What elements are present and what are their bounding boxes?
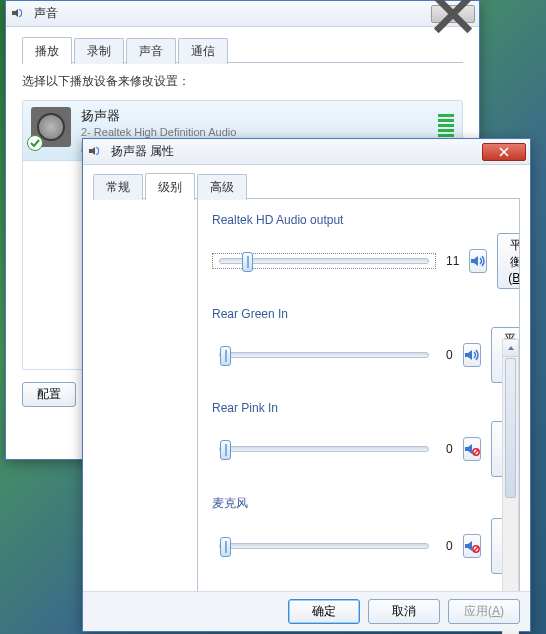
props-body: 常规级别高级 Realtek HD Audio output11平衡(B)Rea… — [83, 165, 530, 599]
channel-output: Realtek HD Audio output11平衡(B) — [212, 213, 505, 289]
volume-value: 0 — [446, 442, 453, 456]
mute-on-icon[interactable] — [463, 437, 481, 461]
scrollbar[interactable] — [502, 339, 519, 634]
volume-value: 0 — [446, 348, 453, 362]
mute-off-icon[interactable] — [469, 249, 487, 273]
configure-button[interactable]: 配置 — [22, 382, 76, 407]
volume-slider[interactable] — [212, 441, 436, 457]
dialog-footer: 确定 取消 应用(A) — [83, 591, 530, 631]
sound-titlebar-icon — [12, 6, 28, 22]
scroll-up-icon[interactable] — [503, 340, 518, 357]
device-line2: 2- Realtek High Definition Audio — [81, 126, 428, 138]
props-tabs: 常规级别高级 — [93, 173, 520, 199]
check-icon — [27, 135, 43, 151]
props-tab-2[interactable]: 高级 — [197, 174, 247, 200]
device-name: 扬声器 — [81, 107, 428, 125]
sound-tab-1[interactable]: 录制 — [74, 38, 124, 64]
balance-button[interactable]: 平衡(B) — [497, 233, 520, 289]
props-tab-1[interactable]: 级别 — [145, 173, 195, 200]
sound-prompt: 选择以下播放设备来修改设置： — [22, 73, 463, 90]
speaker-properties-window: 扬声器 属性 常规级别高级 Realtek HD Audio output11平… — [82, 138, 531, 632]
ok-button[interactable]: 确定 — [288, 599, 360, 624]
scrollbar-thumb[interactable] — [505, 358, 516, 498]
props-tab-levels: Realtek HD Audio output11平衡(B)Rear Green… — [197, 199, 520, 599]
channel-label: Rear Pink In — [212, 401, 505, 415]
sound-titlebar[interactable]: 声音 — [6, 1, 479, 27]
cancel-button[interactable]: 取消 — [368, 599, 440, 624]
volume-slider[interactable] — [212, 347, 436, 363]
close-icon[interactable] — [431, 5, 475, 23]
speaker-title-icon — [89, 144, 105, 160]
sound-tabs: 播放录制声音通信 — [22, 37, 463, 63]
sound-tab-0[interactable]: 播放 — [22, 37, 72, 64]
volume-value: 0 — [446, 539, 453, 553]
props-titlebar[interactable]: 扬声器 属性 — [83, 139, 530, 165]
mute-on-icon[interactable] — [463, 534, 481, 558]
sound-tab-2[interactable]: 声音 — [126, 38, 176, 64]
props-title: 扬声器 属性 — [111, 143, 476, 160]
channel-rear-green: Rear Green In0平衡(B) — [212, 307, 505, 383]
channel-rear-pink: Rear Pink In0平衡(B) — [212, 401, 505, 477]
apply-button[interactable]: 应用(A) — [448, 599, 520, 624]
volume-slider[interactable] — [212, 253, 436, 269]
close-icon[interactable] — [482, 143, 526, 161]
svg-line-3 — [474, 547, 478, 551]
sound-title: 声音 — [34, 5, 425, 22]
channel-label: 麦克风 — [212, 495, 505, 512]
device-thumb-icon — [31, 107, 71, 147]
sound-tab-3[interactable]: 通信 — [178, 38, 228, 64]
channel-label: Rear Green In — [212, 307, 505, 321]
channel-label: Realtek HD Audio output — [212, 213, 505, 227]
volume-slider[interactable] — [212, 538, 436, 554]
props-tab-0[interactable]: 常规 — [93, 174, 143, 200]
svg-line-1 — [474, 450, 478, 454]
channel-mic: 麦克风0平衡(B) — [212, 495, 505, 574]
volume-value: 11 — [446, 254, 459, 268]
mute-off-icon[interactable] — [463, 343, 481, 367]
